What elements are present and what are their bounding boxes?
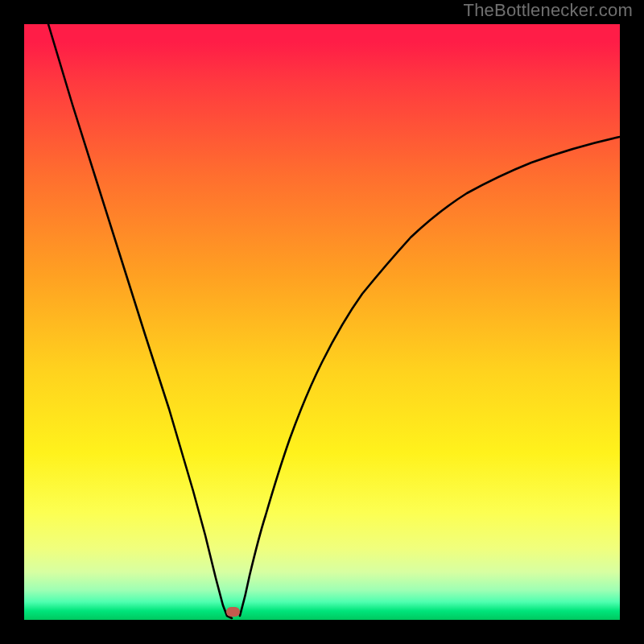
watermark-text: TheBottlenecker.com	[464, 0, 633, 21]
plot-area	[24, 24, 620, 620]
minimum-marker	[226, 607, 240, 617]
bottleneck-curve	[24, 24, 620, 620]
curve-left-branch	[48, 24, 232, 618]
curve-right-branch	[240, 137, 620, 616]
